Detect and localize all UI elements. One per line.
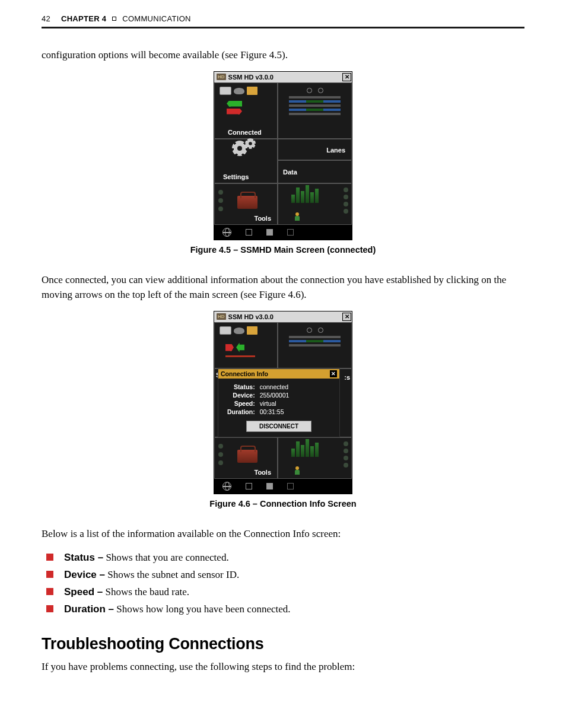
- window-title: SSM HD v3.0.0: [228, 313, 342, 320]
- connection-info-title: Connection Info: [221, 370, 268, 377]
- figure-icon: [295, 215, 300, 222]
- bottom-bar: [214, 479, 352, 494]
- app-window: HD SSM HD v3.0.0 ✕ Connected: [214, 71, 352, 240]
- term: Device –: [64, 569, 105, 580]
- led-icon: [344, 187, 348, 192]
- folder-icon: [247, 326, 257, 335]
- square-outline-icon[interactable]: [246, 229, 252, 236]
- figure-4-6: HD SSM HD v3.0.0 ✕: [42, 311, 524, 508]
- led-icon: [344, 209, 348, 214]
- duration-value: 00:31:55: [258, 408, 291, 415]
- paragraph: configuration options will become availa…: [42, 47, 524, 63]
- cloud-icon: [234, 328, 244, 334]
- device-value: 255/00001: [258, 392, 291, 399]
- dot-icon: [307, 88, 312, 93]
- led-icon: [218, 460, 223, 465]
- connected-tile[interactable]: [214, 322, 278, 368]
- arrow-right-icon: [227, 109, 242, 115]
- term: Duration –: [64, 603, 114, 615]
- connection-info-table: Status:connected Device:255/00001 Speed:…: [224, 382, 292, 417]
- led-icon: [218, 206, 223, 211]
- globe-icon[interactable]: [222, 228, 231, 237]
- square-empty-icon[interactable]: [287, 483, 294, 489]
- window-title: SSM HD v3.0.0: [228, 74, 342, 81]
- led-icon: [344, 463, 348, 468]
- led-icon: [218, 444, 223, 449]
- list-item: Status – Shows that you are connected.: [42, 549, 524, 567]
- led-icon: [344, 441, 348, 446]
- globe-icon[interactable]: [222, 482, 231, 491]
- settings-label: Settings: [223, 173, 249, 180]
- led-icon: [218, 198, 223, 203]
- close-icon[interactable]: ✕: [342, 73, 351, 81]
- data-label: Data: [283, 169, 297, 176]
- es-label: :s: [344, 374, 350, 381]
- chapter-title: COMMUNICATION: [122, 14, 191, 23]
- chart-tile[interactable]: [278, 183, 352, 225]
- connection-info-panel: Connection Info ✕ Status:connected Devic…: [218, 368, 340, 437]
- desc: Shows the baud rate.: [103, 586, 189, 597]
- tools-label: Tools: [254, 215, 271, 222]
- separator-icon: [112, 17, 116, 21]
- device-label: Device:: [225, 392, 257, 399]
- list-item: Device – Shows the subnet and sensor ID.: [42, 567, 524, 584]
- data-tile[interactable]: Data: [278, 160, 352, 183]
- port-icon: [220, 326, 231, 335]
- dot-icon: [307, 328, 312, 333]
- led-icon: [218, 190, 223, 195]
- figure-caption: Figure 4.6 – Connection Info Screen: [42, 499, 524, 508]
- toolbox-icon: [237, 450, 257, 463]
- settings-tile[interactable]: Settings: [214, 139, 278, 183]
- page-header: 42 CHAPTER 4 COMMUNICATION: [42, 14, 524, 28]
- paragraph: Once connected, you can view additional …: [42, 272, 524, 303]
- lanes-tile[interactable]: Lanes: [278, 139, 352, 160]
- window-titlebar: HD SSM HD v3.0.0 ✕: [214, 72, 352, 82]
- tools-tile[interactable]: Tools: [214, 437, 278, 479]
- arrow-green-icon: [236, 343, 244, 352]
- port-icon: [220, 87, 231, 95]
- paragraph: Below is a list of the information avail…: [42, 526, 524, 542]
- square-fill-icon[interactable]: [266, 229, 273, 236]
- disconnect-button[interactable]: DISCONNECT: [246, 421, 311, 432]
- connected-label: Connected: [228, 129, 262, 136]
- speed-value: virtual: [258, 400, 291, 407]
- paragraph: If you have problems connecting, use the…: [42, 659, 524, 675]
- figure-icon: [295, 469, 300, 476]
- folder-icon: [247, 87, 257, 95]
- cloud-icon: [234, 88, 244, 94]
- page-number: 42: [42, 14, 50, 23]
- close-icon[interactable]: ✕: [342, 313, 351, 321]
- tools-label: Tools: [254, 469, 271, 476]
- speed-label: Speed:: [225, 400, 257, 407]
- square-fill-icon[interactable]: [266, 483, 273, 489]
- window-titlebar: HD SSM HD v3.0.0 ✕: [214, 311, 352, 322]
- lanes-label: Lanes: [326, 147, 345, 154]
- arrow-red-icon: [225, 344, 234, 351]
- bar-chart-icon: [278, 184, 351, 203]
- desc: Shows that you are connected.: [103, 552, 229, 563]
- chapter-label: CHAPTER 4: [61, 14, 106, 23]
- dot-icon: [318, 88, 323, 93]
- road-tile[interactable]: [278, 82, 352, 139]
- info-list: Status – Shows that you are connected. D…: [42, 549, 524, 618]
- desc: Shows how long you have been connected.: [114, 603, 290, 615]
- term: Status –: [64, 552, 103, 563]
- hd-icon: HD: [217, 74, 226, 80]
- toolbox-icon: [237, 196, 257, 209]
- square-outline-icon[interactable]: [246, 483, 252, 489]
- road-tile[interactable]: [278, 322, 352, 368]
- status-value: connected: [258, 383, 291, 390]
- close-icon[interactable]: ✕: [330, 370, 337, 377]
- bar-chart-icon: [278, 438, 351, 457]
- led-icon: [218, 452, 223, 457]
- section-heading: Troubleshooting Connections: [42, 635, 524, 653]
- led-icon: [344, 449, 348, 453]
- led-icon: [344, 202, 348, 206]
- chart-tile[interactable]: [278, 437, 352, 479]
- led-icon: [344, 456, 348, 460]
- square-empty-icon[interactable]: [287, 229, 294, 236]
- arrow-left-icon: [227, 101, 242, 107]
- tools-tile[interactable]: Tools: [214, 183, 278, 225]
- connected-tile[interactable]: Connected: [214, 82, 278, 139]
- dot-icon: [318, 328, 323, 333]
